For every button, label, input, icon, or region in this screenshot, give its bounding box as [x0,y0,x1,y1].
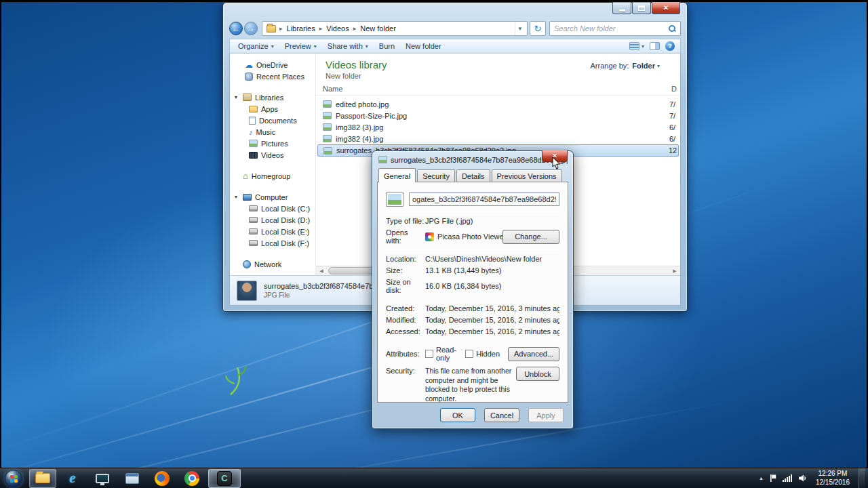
unblock-button[interactable]: Unblock [516,367,559,381]
sidebar-item-documents[interactable]: Documents [230,115,315,126]
file-row[interactable]: edited photo.jpg 7/ [317,98,679,110]
chevron-down-icon: ▾ [271,43,274,49]
sidebar-item-computer[interactable]: ▾ Computer [230,191,315,203]
sidebar-item-recent-places[interactable]: Recent Places [230,70,315,82]
file-row[interactable]: img382 (4).jpg 6/ [317,133,679,144]
apply-button[interactable]: Apply [528,408,564,422]
search-input[interactable] [554,24,668,33]
tab-security[interactable]: Security [417,169,455,182]
back-icon: ← [232,24,240,33]
taskbar-chrome-button[interactable] [178,469,205,488]
sidebar-item-local-disk-e[interactable]: Local Disk (E:) [230,226,315,237]
preview-pane-button[interactable] [650,42,660,50]
taskbar-app-button[interactable] [119,469,146,488]
advanced-button[interactable]: Advanced... [508,347,559,361]
apps-library-icon [249,106,258,113]
maximize-button[interactable] [632,2,651,14]
taskbar-media-button[interactable] [89,469,116,488]
tab-previous-versions[interactable]: Previous Versions [492,169,562,182]
expander-icon[interactable]: ▾ [233,94,239,100]
sidebar-item-onedrive[interactable]: ☁ OneDrive [230,59,315,70]
tab-details[interactable]: Details [456,169,490,182]
file-date: 7/ [669,112,678,120]
size-on-disk-value: 16.0 KB (16,384 bytes) [425,282,559,290]
sidebar-item-label: Recent Places [256,73,304,81]
window-caption-buttons: ✕ [612,2,680,14]
action-center-flag-icon[interactable] [770,474,776,483]
arrange-by-dropdown[interactable]: Folder ▾ [632,62,660,70]
forward-button[interactable]: → [244,22,258,35]
help-button[interactable]: ? [665,41,675,51]
created-label: Created: [386,304,425,312]
breadcrumb[interactable]: ▸ Libraries ▸ Videos ▸ New folder ▾ [262,21,528,36]
ok-button[interactable]: OK [440,408,475,422]
burn-button[interactable]: Burn [374,42,400,50]
sidebar-item-local-disk-d[interactable]: Local Disk (D:) [230,214,315,226]
column-header-row: Name D [316,83,680,96]
preview-menu[interactable]: Preview ▾ [279,42,322,50]
size-label: Size: [386,266,425,274]
breadcrumb-item-libraries[interactable]: Libraries [283,23,319,34]
tray-up-arrow-icon[interactable]: ▲ [759,476,764,481]
scroll-left-icon[interactable]: ◀ [316,266,327,275]
sidebar-item-local-disk-f[interactable]: Local Disk (F:) [230,237,315,249]
taskbar-ie-button[interactable]: e [59,469,86,488]
close-button[interactable]: ✕ [652,2,680,14]
taskbar-firefox-button[interactable] [149,469,176,488]
show-desktop-button[interactable] [859,468,865,488]
type-of-file-label: Type of file: [386,217,425,225]
search-icon[interactable] [668,24,676,33]
taskbar-explorer-button[interactable] [29,469,56,488]
volume-icon[interactable] [798,474,807,483]
sidebar-item-label: Local Disk (E:) [261,228,310,236]
created-value: Today, December 15, 2016, 3 minutes ago [425,304,559,312]
tab-general[interactable]: General [378,168,416,182]
divider [386,211,559,212]
toolbar-right-group: ▾ ? [629,41,677,51]
breadcrumb-dropdown[interactable]: ▾ [515,22,524,35]
minimize-button[interactable] [612,2,631,14]
taskbar-clock[interactable]: 12:26 PM 12/15/2016 [816,470,850,487]
sidebar-item-network[interactable]: Network [230,258,315,270]
change-button[interactable]: Change... [502,230,559,244]
breadcrumb-item-new-folder[interactable]: New folder [357,23,399,34]
sidebar-item-label: Local Disk (C:) [261,205,310,213]
sidebar-item-homegroup[interactable]: ⌂ Homegroup [230,170,315,182]
modified-label: Modified: [386,316,425,324]
sidebar-item-apps[interactable]: Apps [230,103,315,115]
sidebar-item-label: OneDrive [256,61,288,69]
search-box[interactable] [549,21,681,36]
sidebar-item-local-disk-c[interactable]: Local Disk (C:) [230,203,315,214]
hidden-checkbox[interactable] [465,350,473,358]
readonly-checkbox[interactable] [425,350,433,358]
breadcrumb-item-videos[interactable]: Videos [323,23,352,34]
organize-menu[interactable]: Organize ▾ [233,42,279,50]
firefox-icon [155,471,170,486]
expander-icon[interactable]: ▾ [233,194,239,200]
network-icon[interactable] [783,474,792,482]
views-icon [629,42,639,50]
hidden-label: Hidden [476,350,500,358]
sidebar-item-music[interactable]: ♪ Music [230,126,315,138]
image-file-icon [323,123,332,131]
new-folder-button[interactable]: New folder [400,42,447,50]
sidebar-item-libraries[interactable]: ▾ Libraries [230,92,315,103]
column-header-name[interactable]: Name [323,85,342,93]
file-list: edited photo.jpg 7/ Passport-Size-Pic.jp… [316,96,680,157]
column-header-date[interactable]: D [671,85,679,93]
change-view-button[interactable]: ▾ [629,42,644,50]
file-row[interactable]: img382 (3).jpg 6/ [317,121,679,133]
file-row[interactable]: Passport-Size-Pic.jpg 7/ [317,110,679,121]
taskbar-camtasia-button[interactable]: C [208,469,241,488]
scroll-right-icon[interactable]: ▶ [669,266,680,275]
refresh-button[interactable]: ↻ [530,21,546,36]
sidebar-item-pictures[interactable]: Pictures [230,138,315,149]
sidebar-item-videos[interactable]: Videos [230,149,315,161]
share-with-menu[interactable]: Share with ▾ [322,42,374,50]
back-button[interactable]: ← [229,22,243,35]
filename-input[interactable] [409,192,559,206]
type-of-file-value: JPG File (.jpg) [425,217,559,225]
divider [386,299,559,300]
cancel-button[interactable]: Cancel [484,408,519,422]
start-button[interactable] [5,470,22,487]
